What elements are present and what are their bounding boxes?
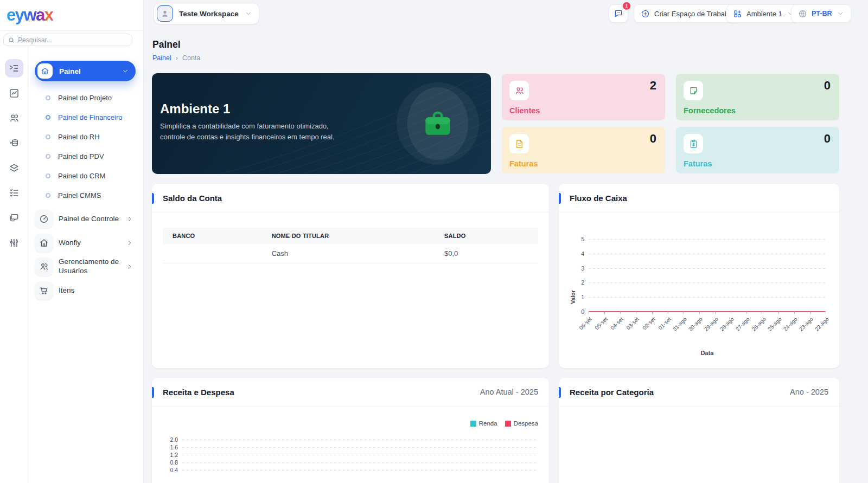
- gauge-icon: [39, 214, 49, 224]
- x-tick-label: 06-set: [578, 316, 592, 331]
- rail-item-checklist[interactable]: [5, 184, 23, 202]
- sliders-icon: [9, 237, 20, 248]
- rail-item-people[interactable]: [5, 109, 23, 127]
- legend-item-renda[interactable]: Renda: [470, 420, 497, 427]
- breadcrumb-current: Conta: [182, 54, 200, 62]
- legend-swatch: [505, 421, 511, 427]
- card-title: Saldo da Conta: [163, 194, 222, 203]
- language-selector[interactable]: PT-BR: [791, 4, 851, 23]
- chat-duplicate-icon: [9, 212, 20, 223]
- breadcrumb: Painel › Conta: [152, 54, 200, 62]
- sidebar-subitem-label: Painel CMMS: [58, 191, 101, 199]
- clipboard-dollar-icon: [688, 139, 699, 149]
- search-bar: [3, 34, 132, 46]
- stat-card-faturas[interactable]: 0 Faturas: [676, 127, 839, 173]
- sidebar-item-label: Wonfly: [59, 239, 81, 248]
- home-icon-chip: [37, 63, 53, 79]
- chevron-right-icon: [126, 263, 133, 271]
- rail-item-analytics[interactable]: [5, 84, 23, 102]
- income-expense-card: Receita e Despesa Ano Atual - 2025 Renda…: [152, 378, 549, 483]
- period-label: Ano Atual - 2025: [480, 388, 538, 396]
- x-tick-label: 24-ago: [782, 316, 799, 332]
- period-label: Ano - 2025: [790, 388, 828, 396]
- bullet-icon: [46, 173, 50, 178]
- rail-item-filters[interactable]: [5, 234, 23, 252]
- sidebar-subitem[interactable]: Painel do PDV: [35, 146, 136, 166]
- rail-item-finance[interactable]: [5, 134, 23, 152]
- card-title: Receita e Despesa: [163, 388, 234, 397]
- brand-logo[interactable]: eywax: [7, 5, 53, 25]
- x-tickmark: [604, 312, 605, 314]
- users-icon: [514, 86, 525, 96]
- gridline: [589, 254, 826, 254]
- stat-card-faturas[interactable]: 0 Faturas: [502, 127, 665, 173]
- x-tickmark: [810, 312, 810, 314]
- breadcrumb-link[interactable]: Painel: [152, 54, 171, 62]
- chart-legend: Renda Despesa: [470, 420, 538, 427]
- income-category-card: Receita por Categoria Ano - 2025: [559, 378, 839, 483]
- stat-card-clientes[interactable]: 2 Clientes: [502, 74, 665, 120]
- legend-item-despesa[interactable]: Despesa: [505, 420, 538, 427]
- balance-card: Saldo da Conta BANCONOME DO TITULARSALDO…: [152, 184, 549, 368]
- sidebar-item-gerenciamento-de-usu-rios[interactable]: Gerenciamento de Usuários: [35, 255, 136, 279]
- sidebar-item-painel-de-controle[interactable]: Painel de Controle: [35, 207, 136, 231]
- x-tickmark: [620, 312, 621, 314]
- stat-icon-chip: [509, 81, 529, 100]
- x-tickmark: [699, 312, 700, 314]
- table-row: Cash $0,0: [163, 244, 538, 263]
- home-icon: [39, 238, 49, 248]
- x-tickmark: [668, 312, 668, 314]
- chevron-down-icon: [837, 10, 844, 17]
- sidebar-subitem[interactable]: Painel do Projeto: [35, 88, 136, 107]
- rail-item-tasks[interactable]: [5, 59, 23, 78]
- x-tick-label: 22-ago: [814, 316, 830, 332]
- cashflow-line: [589, 311, 826, 313]
- workspace-selector[interactable]: Teste Workspace: [154, 3, 259, 24]
- sidebar-subitem[interactable]: Painel de Financeiro: [35, 107, 136, 127]
- chart-icon: [9, 88, 20, 99]
- x-tick-label: 05-set: [593, 316, 608, 331]
- sidebar-subitem[interactable]: Painel do CRM: [35, 166, 136, 185]
- y-tick: 2.0: [163, 436, 178, 443]
- column-header: BANCO: [163, 233, 272, 239]
- bullet-icon: [46, 134, 50, 139]
- notifications-button[interactable]: 1: [609, 4, 628, 23]
- accent-bar: [152, 387, 154, 398]
- sidebar-item-painel[interactable]: Painel: [35, 61, 136, 81]
- sidebar-item-itens[interactable]: Itens: [35, 279, 136, 302]
- sidebar-item-wonfly[interactable]: Wonfly: [35, 231, 136, 255]
- x-tick-label: 25-ago: [767, 316, 783, 332]
- sidebar-item-label: Painel: [59, 67, 122, 75]
- stat-card-fornecedores[interactable]: 0 Fornecedores: [676, 74, 839, 120]
- x-tick-label: 27-ago: [735, 316, 751, 332]
- sidebar-item-label: Gerenciamento de Usuários: [59, 257, 123, 276]
- y-tick: 2: [568, 279, 584, 286]
- sidebar-subitem[interactable]: Painel do RH: [35, 127, 136, 146]
- gridline: [589, 268, 826, 269]
- cart-icon-chip: [35, 281, 53, 300]
- gridline: [182, 440, 538, 440]
- cell-saldo: $0,0: [444, 249, 538, 257]
- rail-item-layers[interactable]: [5, 159, 23, 177]
- stat-label: Faturas: [509, 159, 538, 168]
- x-tickmark: [652, 312, 653, 314]
- x-tick-label: 28-ago: [719, 316, 735, 332]
- stat-value: 0: [824, 79, 831, 93]
- create-workspace-button[interactable]: Criar Espaço de Trabalho: [634, 4, 741, 23]
- x-tick-label: 23-ago: [798, 316, 814, 332]
- avatar: [157, 5, 173, 22]
- gridline: [589, 239, 826, 240]
- card-header: Saldo da Conta: [152, 184, 549, 212]
- stat-label: Clientes: [509, 106, 540, 115]
- rail-item-messages[interactable]: [5, 209, 23, 227]
- sidebar-group-list: Painel de Controle Wonfly Gerenciamento …: [35, 207, 136, 302]
- environment-selector[interactable]: Ambiente 1: [726, 4, 801, 23]
- x-tickmark: [826, 312, 826, 314]
- search-input[interactable]: [18, 36, 127, 44]
- gridline: [182, 447, 538, 448]
- accent-bar: [559, 193, 561, 204]
- y-tick: 1: [568, 294, 584, 300]
- cashflow-chart: Valor 543210 06-set 05-set 04-set 03-set…: [559, 212, 839, 368]
- sidebar-subitem[interactable]: Painel CMMS: [35, 185, 136, 205]
- sidebar-subitem-label: Painel do PDV: [58, 152, 104, 160]
